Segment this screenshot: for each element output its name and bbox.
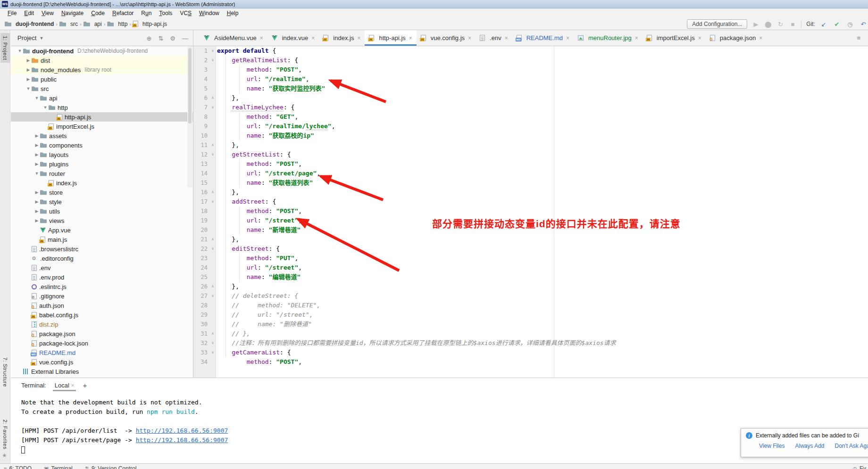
tree-item-auth-json[interactable]: {}auth.json <box>11 301 193 310</box>
statusbar-item-terminal[interactable]: ▣Terminal <box>44 465 73 469</box>
tree-item-utils[interactable]: ▶utils <box>11 206 193 216</box>
tree-item-duoji-frontend[interactable]: ▼duoji-frontendD:\zheheWeb\duoji-fronten… <box>11 46 193 56</box>
close-icon[interactable]: × <box>468 35 471 41</box>
tab-list-icon[interactable]: ≡ <box>857 34 860 41</box>
tab-http-api-js[interactable]: JShttp-api.js× <box>365 30 416 46</box>
fold-open-icon[interactable]: ∨ <box>209 338 216 348</box>
terminal-link[interactable]: http://192.168.66.56:9007 <box>136 436 228 444</box>
close-icon[interactable]: × <box>635 35 638 41</box>
tab-env[interactable]: .env× <box>476 30 512 46</box>
breadcrumb-item-api[interactable]: api <box>83 21 102 27</box>
tab-asidemenu-vue[interactable]: AsideMenu.vue× <box>200 30 267 46</box>
tree-item-src[interactable]: ▼src <box>11 84 193 93</box>
tree-item-readme-md[interactable]: MDREADME.md <box>11 348 193 357</box>
tree-item-api[interactable]: ▼api <box>11 93 193 103</box>
menu-item-help[interactable]: Help <box>223 9 242 17</box>
close-icon[interactable]: × <box>566 35 569 41</box>
chevron-collapsed-icon[interactable]: ▶ <box>33 199 40 204</box>
menu-item-window[interactable]: Window <box>195 9 223 17</box>
tab-menurouter-jpg[interactable]: menuRouter.jpg× <box>574 30 643 46</box>
tab-readme-md[interactable]: MDREADME.md× <box>512 30 574 46</box>
fold-close-icon[interactable]: ∧ <box>209 93 216 103</box>
menu-item-edit[interactable]: Edit <box>20 9 38 17</box>
fold-close-icon[interactable]: ∧ <box>209 140 216 150</box>
chevron-collapsed-icon[interactable]: ▶ <box>33 190 40 195</box>
notification-link-always-add[interactable]: Always Add <box>795 443 824 449</box>
fold-close-icon[interactable]: ∧ <box>209 329 216 338</box>
fold-open-icon[interactable]: ∨ <box>209 46 216 56</box>
chevron-collapsed-icon[interactable]: ▶ <box>33 209 40 214</box>
tree-item-index-js[interactable]: JSindex.js <box>11 178 193 188</box>
tree-item-editorconfig[interactable]: ⚙.editorconfig <box>11 254 193 263</box>
tab-importexcel-js[interactable]: JSimportExcel.js× <box>643 30 706 46</box>
toolwindow-structure-button[interactable]: 7: Structure <box>0 354 10 390</box>
close-icon[interactable]: × <box>505 35 508 41</box>
fold-open-icon[interactable]: ∨ <box>209 291 216 301</box>
project-scrollbar[interactable] <box>187 46 192 188</box>
chevron-expanded-icon[interactable]: ▼ <box>33 96 40 100</box>
tree-item-babel-config-js[interactable]: JSbabel.config.js <box>11 310 193 320</box>
menu-item-tools[interactable]: Tools <box>155 9 176 17</box>
hide-panel-icon[interactable]: ― <box>182 35 188 42</box>
toolwindow-project-button[interactable]: 1: Project <box>0 33 10 63</box>
breadcrumb-item-src[interactable]: src <box>59 21 78 27</box>
terminal-tab-local[interactable]: Local × <box>53 379 76 391</box>
tree-item-router[interactable]: ▼router <box>11 169 193 178</box>
close-icon[interactable]: × <box>71 382 74 389</box>
tab-index-js[interactable]: JSindex.js× <box>319 30 365 46</box>
statusbar-item-6-todo[interactable]: ≡6: TODO <box>4 465 32 469</box>
expand-collapse-icon[interactable]: ⇅ <box>158 35 163 42</box>
tree-item-components[interactable]: ▶components <box>11 140 193 150</box>
chevron-collapsed-icon[interactable]: ▶ <box>33 162 40 166</box>
menu-item-run[interactable]: Run <box>137 9 155 17</box>
chevron-collapsed-icon[interactable]: ▶ <box>33 143 40 148</box>
debug-icon[interactable]: ⬤ <box>764 21 772 28</box>
chevron-expanded-icon[interactable]: ▼ <box>42 105 49 110</box>
menu-item-vcs[interactable]: VCS <box>176 9 195 17</box>
panel-settings-icon[interactable]: ⚙ <box>170 35 175 42</box>
revert-icon[interactable]: ↶ <box>860 21 867 28</box>
tab-vue-config-js[interactable]: JSvue.config.js× <box>417 30 476 46</box>
chevron-expanded-icon[interactable]: ▼ <box>25 86 32 91</box>
new-terminal-icon[interactable]: + <box>83 381 87 389</box>
tree-item-node-modules[interactable]: ▶node_moduleslibrary root <box>11 65 193 74</box>
project-panel-header[interactable]: Project ▼ ⊕⇅⚙― <box>11 30 193 46</box>
tree-item-external-libraries[interactable]: External Libraries <box>11 367 193 376</box>
menu-item-file[interactable]: File <box>4 9 20 17</box>
fold-open-icon[interactable]: ∨ <box>209 103 216 112</box>
menu-item-refactor[interactable]: Refactor <box>108 9 137 17</box>
menu-item-code[interactable]: Code <box>87 9 108 17</box>
notification-link-view-files[interactable]: View Files <box>759 443 785 449</box>
tree-item-app-vue[interactable]: App.vue <box>11 225 193 235</box>
tree-item-store[interactable]: ▶store <box>11 188 193 197</box>
stop-icon[interactable]: ■ <box>789 21 796 28</box>
toolwindow-favorites-button[interactable]: 2: Favorites <box>0 417 10 452</box>
breadcrumb-item-duoji-frontend[interactable]: duoji-frontend <box>5 21 54 27</box>
add-configuration-button[interactable]: Add Configuration... <box>687 19 747 29</box>
close-icon[interactable]: × <box>759 35 762 41</box>
tree-item-vue-config-js[interactable]: JSvue.config.js <box>11 357 193 367</box>
tree-item-main-js[interactable]: JSmain.js <box>11 235 193 244</box>
fold-open-icon[interactable]: ∨ <box>209 348 216 357</box>
tree-item-assets[interactable]: ▶assets <box>11 131 193 140</box>
chevron-collapsed-icon[interactable]: ▶ <box>33 218 40 223</box>
scrollbar-thumb[interactable] <box>188 48 192 123</box>
menu-item-navigate[interactable]: Navigate <box>58 9 87 17</box>
chevron-collapsed-icon[interactable]: ▶ <box>25 77 32 82</box>
close-icon[interactable]: × <box>409 35 412 41</box>
chevron-collapsed-icon[interactable]: ▶ <box>33 133 40 138</box>
tree-item-importexcel-js[interactable]: JSimportExcel.js <box>11 122 193 131</box>
fold-open-icon[interactable]: ∨ <box>209 244 216 254</box>
tree-item-env-prod[interactable]: .env.prod <box>11 272 193 282</box>
tree-item-layouts[interactable]: ▶layouts <box>11 150 193 159</box>
history-icon[interactable]: ◷ <box>846 21 854 28</box>
terminal-link[interactable]: http://192.168.66.56:9007 <box>136 427 228 434</box>
tab-package-json[interactable]: {}package.json× <box>706 30 767 46</box>
tree-item-package-json[interactable]: {}package.json <box>11 329 193 338</box>
tree-item-style[interactable]: ▶style <box>11 197 193 206</box>
fold-close-icon[interactable]: ∧ <box>209 282 216 291</box>
tree-item-dist-zip[interactable]: dist.zip <box>11 320 193 329</box>
notification-link-don-t-ask-agai[interactable]: Don't Ask Agai <box>835 443 868 449</box>
breadcrumb-item-http-api-js[interactable]: JShttp-api.js <box>133 21 167 27</box>
breadcrumb-item-http[interactable]: http <box>107 21 127 27</box>
